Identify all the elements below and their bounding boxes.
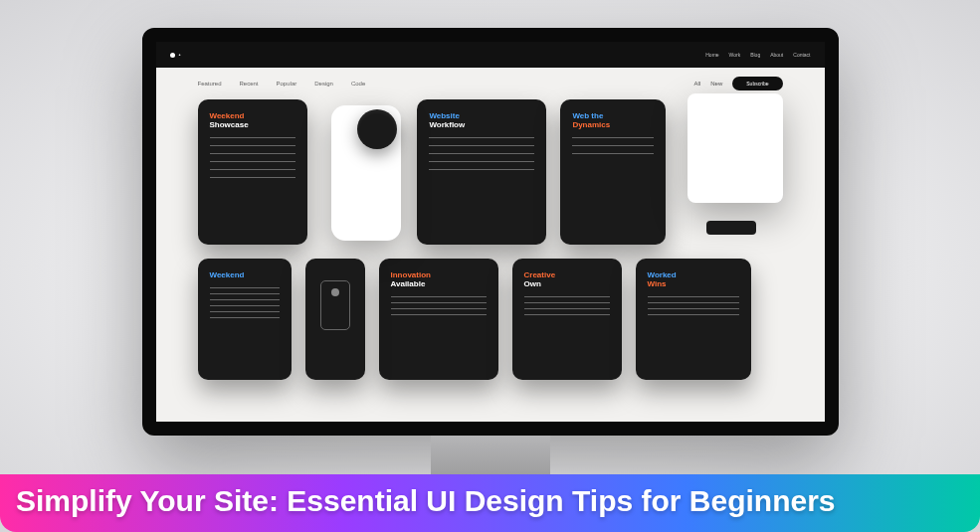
card-title-line: Creative: [524, 270, 556, 279]
cards-grid: Weekend Showcase Website Workflow: [156, 99, 825, 414]
cards-row-1: Weekend Showcase Website Workflow: [198, 99, 783, 245]
panel-tag: [706, 221, 756, 235]
filter-tab[interactable]: Code: [351, 81, 365, 87]
filter-tab[interactable]: Popular: [277, 81, 297, 87]
nav-link[interactable]: Blog: [750, 52, 760, 58]
monitor-stand: [431, 436, 550, 475]
filter-tab[interactable]: Recent: [240, 81, 259, 87]
card-title-line: Web the: [572, 111, 603, 120]
filter-tab[interactable]: Featured: [198, 81, 222, 87]
card-title-line: Own: [524, 279, 541, 288]
brand-dot-icon: [170, 53, 175, 58]
nav-link[interactable]: Contact: [793, 52, 810, 58]
card-title-line: Innovation: [391, 270, 431, 279]
icon-card[interactable]: [305, 259, 365, 380]
feature-card[interactable]: Weekend Showcase: [198, 99, 307, 245]
dot-icon: [331, 288, 339, 296]
knob-icon: [357, 109, 397, 149]
nav-link[interactable]: About: [770, 52, 783, 58]
card-title-line: Worked: [648, 270, 677, 279]
filter-tab[interactable]: Design: [314, 81, 333, 87]
hero-caption-banner: Simplify Your Site: Essential UI Design …: [0, 474, 980, 533]
blank-panel: [687, 93, 783, 203]
brand[interactable]: •: [170, 52, 181, 58]
app-header: • Home Work Blog About Contact: [156, 42, 825, 68]
card-title-line: Weekend: [210, 111, 245, 120]
filter-chip[interactable]: New: [710, 81, 722, 87]
filter-chip[interactable]: All: [694, 81, 701, 87]
card-title-line: Showcase: [210, 120, 249, 129]
feature-card[interactable]: Website Workflow: [417, 99, 546, 245]
monitor-mockup: • Home Work Blog About Contact Featured …: [142, 28, 839, 483]
card-title-line: Wins: [648, 279, 667, 288]
brand-mark: •: [179, 52, 181, 58]
card-title-line: Available: [391, 279, 426, 288]
feature-card[interactable]: Weekend: [198, 259, 292, 380]
feature-card[interactable]: Worked Wins: [636, 259, 751, 380]
top-nav: Home Work Blog About Contact: [705, 52, 810, 58]
card-title-line: Dynamics: [572, 120, 610, 129]
device-card[interactable]: [321, 99, 404, 245]
card-title-line: Workflow: [429, 120, 465, 129]
cta-pill[interactable]: Subscribe: [732, 77, 782, 90]
monitor-screen: • Home Work Blog About Contact Featured …: [142, 28, 839, 436]
blank-panel-card[interactable]: [680, 99, 782, 245]
feature-card[interactable]: Web the Dynamics: [560, 99, 666, 245]
feature-card[interactable]: Creative Own: [512, 259, 622, 380]
cards-row-2: Weekend Innovation Available: [198, 259, 783, 380]
feature-card[interactable]: Innovation Available: [379, 259, 498, 380]
hero-caption-text: Simplify Your Site: Essential UI Design …: [16, 484, 964, 519]
nav-link[interactable]: Work: [729, 52, 741, 58]
card-title-line: Weekend: [210, 270, 245, 279]
card-title-line: Website: [429, 111, 460, 120]
nav-link[interactable]: Home: [705, 52, 718, 58]
